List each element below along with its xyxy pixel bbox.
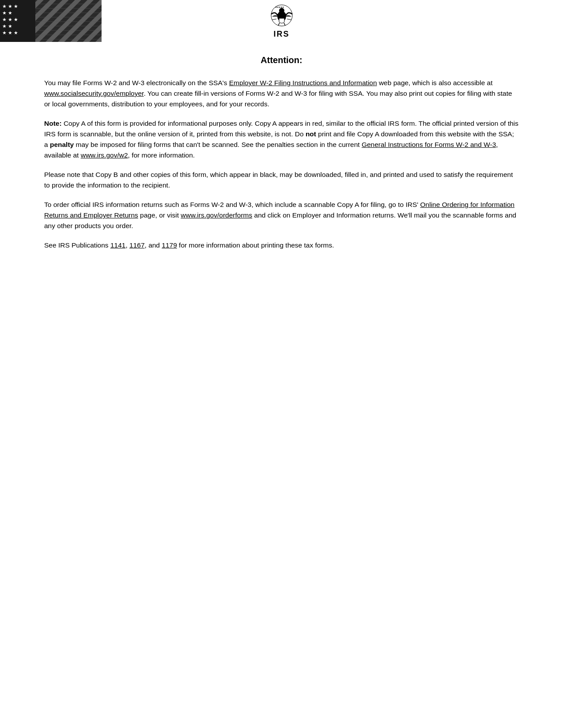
svg-text:★ ★: ★ ★ [2, 10, 12, 15]
irs-wordmark: IRS [273, 30, 289, 39]
para1-text-before-link: You may file Forms W-2 and W-3 electroni… [44, 79, 229, 86]
para2-text5: , for more information. [128, 151, 195, 159]
pub-1179-link[interactable]: 1179 [162, 241, 177, 249]
main-content: Attention: You may file Forms W-2 and W-… [0, 55, 563, 251]
paragraph-3: Please note that Copy B and other copies… [44, 169, 519, 191]
note-label: Note: [44, 120, 62, 127]
header: ★ ★ ★ ★ ★ ★ ★ ★ ★ ★ ★ ★ ★ ★ [0, 0, 563, 42]
irs-emblem-icon: ★★★★★ [268, 4, 295, 29]
attention-title: Attention: [44, 55, 519, 65]
svg-line-29 [287, 19, 291, 20]
para1-text-after-link1: web page, which is also accessible at [377, 79, 493, 86]
ssa-employer-link[interactable]: www.socialsecurity.gov/employer [44, 90, 144, 97]
para4-text2: page, or visit [138, 211, 181, 219]
para5-text1: See IRS Publications [44, 241, 110, 249]
para5-text3: , and [145, 241, 162, 249]
para5-text4: for more information about printing thes… [177, 241, 334, 249]
page: ★ ★ ★ ★ ★ ★ ★ ★ ★ ★ ★ ★ ★ ★ [0, 0, 563, 728]
svg-text:★ ★ ★: ★ ★ ★ [2, 30, 18, 35]
not-bold-word: not [306, 130, 316, 138]
paragraph-2-note: Note: Copy A of this form is provided fo… [44, 118, 519, 161]
irs-logo-area: ★★★★★ IRS [102, 0, 461, 39]
svg-text:★★★★★: ★★★★★ [275, 6, 284, 8]
penalty-bold-word: penalty [50, 141, 74, 148]
svg-text:★ ★ ★: ★ ★ ★ [2, 17, 18, 22]
svg-line-25 [278, 23, 280, 26]
para5-text2: , [125, 241, 129, 249]
employer-w2-filing-link[interactable]: Employer W-2 Filing Instructions and Inf… [229, 79, 377, 86]
svg-line-26 [284, 23, 285, 26]
pub-1141-link[interactable]: 1141 [110, 241, 125, 249]
svg-line-28 [272, 19, 276, 20]
general-instructions-link[interactable]: General Instructions for Forms W-2 and W… [362, 141, 496, 148]
para4-text1: To order official IRS information return… [44, 201, 420, 208]
svg-text:★ ★ ★: ★ ★ ★ [2, 4, 18, 9]
paragraph-1: You may file Forms W-2 and W-3 electroni… [44, 78, 519, 109]
svg-rect-4 [35, 0, 102, 42]
orderforms-link[interactable]: www.irs.gov/orderforms [181, 211, 252, 219]
pub-1167-link[interactable]: 1167 [129, 241, 144, 249]
flag-banner: ★ ★ ★ ★ ★ ★ ★ ★ ★ ★ ★ ★ ★ ★ [0, 0, 102, 42]
para2-text3: may be imposed for filing forms that can… [74, 141, 362, 148]
irs-w2-link[interactable]: www.irs.gov/w2 [81, 151, 128, 159]
paragraph-5: See IRS Publications 1141, 1167, and 117… [44, 240, 519, 251]
paragraph-4: To order official IRS information return… [44, 199, 519, 231]
svg-text:★ ★: ★ ★ [2, 23, 12, 29]
svg-rect-24 [279, 17, 284, 19]
